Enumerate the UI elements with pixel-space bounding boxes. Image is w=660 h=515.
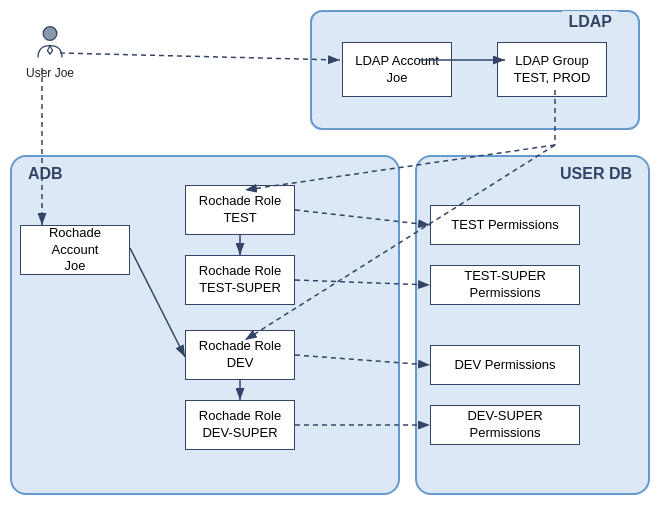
perm-dev-super-text: DEV-SUPER Permissions <box>435 408 575 442</box>
user-icon <box>32 25 68 61</box>
perm-dev-text: DEV Permissions <box>454 357 555 374</box>
role-test-super-text: Rochade RoleTEST-SUPER <box>199 263 281 297</box>
arrow-user-to-ldap <box>60 53 340 60</box>
ldap-label: LDAP <box>562 11 618 33</box>
user-label: User Joe <box>20 66 80 80</box>
ldap-container: LDAP LDAP AccountJoe LDAP GroupTEST, PRO… <box>310 10 640 130</box>
role-test-text: Rochade RoleTEST <box>199 193 281 227</box>
ldap-account-box: LDAP AccountJoe <box>342 42 452 97</box>
perm-test-text: TEST Permissions <box>451 217 558 234</box>
role-dev-super-text: Rochade RoleDEV-SUPER <box>199 408 281 442</box>
user-joe: User Joe <box>20 25 80 80</box>
adb-label: ADB <box>28 165 63 183</box>
rochade-account-box: Rochade AccountJoe <box>20 225 130 275</box>
ldap-account-text: LDAP AccountJoe <box>355 53 439 87</box>
role-dev-text: Rochade RoleDEV <box>199 338 281 372</box>
perm-test-box: TEST Permissions <box>430 205 580 245</box>
role-dev-super-box: Rochade RoleDEV-SUPER <box>185 400 295 450</box>
diagram: LDAP LDAP AccountJoe LDAP GroupTEST, PRO… <box>0 0 660 515</box>
rochade-account-text: Rochade AccountJoe <box>25 225 125 276</box>
ldap-group-box: LDAP GroupTEST, PROD <box>497 42 607 97</box>
role-dev-box: Rochade RoleDEV <box>185 330 295 380</box>
role-test-box: Rochade RoleTEST <box>185 185 295 235</box>
ldap-group-text: LDAP GroupTEST, PROD <box>514 53 591 87</box>
svg-point-0 <box>43 27 57 41</box>
role-test-super-box: Rochade RoleTEST-SUPER <box>185 255 295 305</box>
perm-test-super-box: TEST-SUPER Permissions <box>430 265 580 305</box>
perm-dev-box: DEV Permissions <box>430 345 580 385</box>
userdb-label: USER DB <box>560 165 632 183</box>
perm-test-super-text: TEST-SUPER Permissions <box>435 268 575 302</box>
perm-dev-super-box: DEV-SUPER Permissions <box>430 405 580 445</box>
